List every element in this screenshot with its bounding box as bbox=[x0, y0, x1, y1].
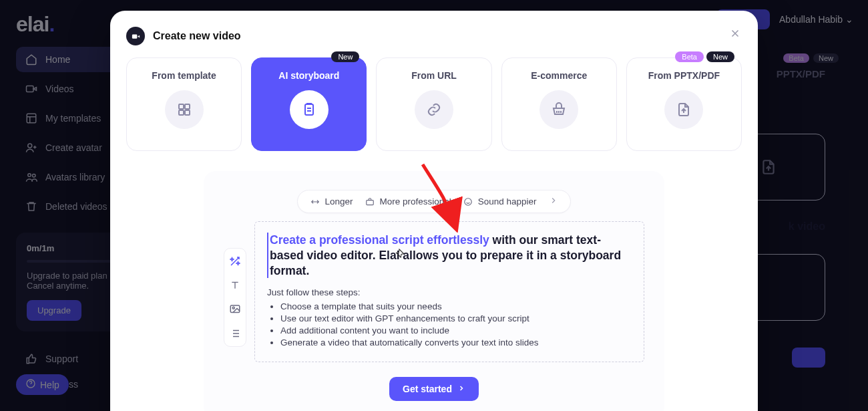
svg-rect-12 bbox=[367, 200, 374, 204]
svg-rect-6 bbox=[132, 34, 137, 38]
expand-icon bbox=[310, 196, 320, 207]
option-label: From template bbox=[152, 70, 216, 81]
list-item: Use our text editor with GPT enhancement… bbox=[280, 313, 632, 323]
tool-list[interactable] bbox=[228, 326, 242, 341]
option-from-pptx-pdf[interactable]: Beta New From PPTX/PDF bbox=[626, 57, 742, 151]
suggestion-bar: Longer More professional Sound happier bbox=[297, 190, 570, 213]
create-video-modal: Create new video From template New AI st… bbox=[110, 11, 758, 411]
suggestion-more-professional[interactable]: More professional bbox=[365, 196, 451, 207]
clipboard-icon bbox=[290, 90, 329, 129]
suggestion-longer[interactable]: Longer bbox=[310, 196, 353, 207]
suggestion-sound-happier[interactable]: Sound happier bbox=[463, 196, 537, 207]
svg-rect-7 bbox=[179, 104, 184, 109]
chevron-right-icon bbox=[457, 384, 465, 394]
link-icon bbox=[415, 90, 453, 129]
new-badge: New bbox=[706, 51, 734, 62]
tool-magic[interactable] bbox=[228, 254, 242, 269]
new-badge: New bbox=[331, 51, 359, 62]
chevron-right-icon bbox=[549, 196, 558, 205]
steps-intro: Just follow these steps: bbox=[267, 287, 632, 297]
close-button[interactable] bbox=[727, 25, 743, 41]
file-upload-icon bbox=[664, 90, 703, 129]
video-camera-icon bbox=[126, 27, 145, 45]
list-item: Add additional content you want to inclu… bbox=[280, 325, 632, 335]
option-label: E-commerce bbox=[531, 70, 587, 81]
option-from-template[interactable]: From template bbox=[126, 57, 242, 151]
image-icon bbox=[229, 303, 241, 315]
button-label: Get started bbox=[403, 384, 452, 394]
option-from-url[interactable]: From URL bbox=[376, 57, 491, 151]
option-label: From URL bbox=[411, 70, 457, 81]
option-ai-storyboard[interactable]: New AI storyboard bbox=[251, 57, 367, 151]
modal-title: Create new video bbox=[153, 30, 241, 42]
storyboard-panel: Longer More professional Sound happier bbox=[204, 171, 664, 411]
svg-rect-8 bbox=[185, 104, 190, 109]
list-item: Choose a template that suits your needs bbox=[280, 301, 632, 311]
steps-list: Choose a template that suits your needs … bbox=[267, 301, 632, 348]
headline-highlight: Create a professional script effortlessl… bbox=[270, 233, 489, 247]
option-label: From PPTX/PDF bbox=[648, 70, 720, 81]
svg-rect-11 bbox=[305, 104, 313, 115]
tool-image[interactable] bbox=[228, 302, 242, 317]
briefcase-icon bbox=[365, 196, 375, 207]
editor-tool-rail bbox=[224, 248, 246, 347]
script-editor[interactable]: Create a professional script effortlessl… bbox=[254, 221, 644, 362]
suggestion-label: More professional bbox=[379, 196, 451, 207]
svg-rect-9 bbox=[179, 110, 184, 115]
get-started-button[interactable]: Get started bbox=[389, 377, 479, 401]
option-e-commerce[interactable]: E-commerce bbox=[501, 57, 617, 151]
tool-text[interactable] bbox=[228, 278, 242, 293]
suggestion-label: Sound happier bbox=[478, 196, 537, 207]
smile-icon bbox=[463, 196, 473, 207]
magic-wand-icon bbox=[229, 255, 241, 267]
beta-badge: Beta bbox=[675, 51, 704, 62]
list-item: Generate a video that automatically conv… bbox=[280, 337, 632, 348]
option-grid: From template New AI storyboard From URL bbox=[126, 57, 742, 151]
close-icon bbox=[729, 27, 741, 39]
svg-rect-10 bbox=[185, 110, 190, 115]
modal-overlay: Create new video From template New AI st… bbox=[0, 0, 868, 411]
suggestion-label: Longer bbox=[324, 196, 353, 207]
basket-icon bbox=[539, 90, 578, 129]
svg-point-15 bbox=[232, 307, 234, 309]
grid-icon bbox=[165, 90, 204, 129]
editor-headline: Create a professional script effortlessl… bbox=[267, 233, 632, 278]
list-icon bbox=[229, 327, 241, 339]
suggestion-next[interactable] bbox=[549, 196, 558, 207]
text-icon bbox=[230, 280, 240, 291]
option-label: AI storyboard bbox=[278, 70, 339, 81]
svg-point-13 bbox=[465, 198, 472, 205]
